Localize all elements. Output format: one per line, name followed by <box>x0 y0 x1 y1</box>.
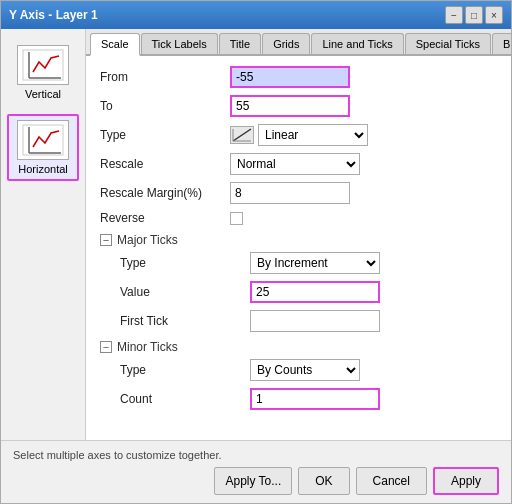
vertical-axis-icon <box>17 45 69 85</box>
apply-to-button[interactable]: Apply To... <box>214 467 292 495</box>
major-ticks-label: Major Ticks <box>117 233 178 247</box>
to-row: To <box>100 95 511 117</box>
rescale-row: Rescale Normal Auto Fixed <box>100 153 511 175</box>
minor-ticks-label: Minor Ticks <box>117 340 178 354</box>
count-input[interactable] <box>250 388 380 410</box>
cancel-button[interactable]: Cancel <box>356 467 427 495</box>
tab-line-and-ticks[interactable]: Line and Ticks <box>311 33 403 54</box>
major-ticks-header: − Major Ticks <box>100 233 511 247</box>
minimize-button[interactable]: − <box>445 6 463 24</box>
tab-tick-labels[interactable]: Tick Labels <box>141 33 218 54</box>
major-type-row: Type By Increment By Counts <box>120 252 511 274</box>
rescale-label: Rescale <box>100 157 230 171</box>
count-row: Count <box>120 388 511 410</box>
tabs-bar: Scale Tick Labels Title Grids Line and T… <box>86 29 511 56</box>
rescale-margin-input[interactable] <box>230 182 350 204</box>
minor-type-label: Type <box>120 363 250 377</box>
close-button[interactable]: × <box>485 6 503 24</box>
minor-type-row: Type By Counts By Increment None <box>120 359 511 381</box>
main-window: Y Axis - Layer 1 − □ × Vertical <box>0 0 512 504</box>
buttons-row: Apply To... OK Cancel Apply <box>13 467 499 495</box>
type-selector: Linear Log10 Ln <box>230 124 368 146</box>
rescale-margin-row: Rescale Margin(%) <box>100 182 511 204</box>
vertical-axis-label: Vertical <box>25 88 61 100</box>
from-input[interactable] <box>230 66 350 88</box>
minor-ticks-toggle[interactable]: − <box>100 341 112 353</box>
tab-special-ticks[interactable]: Special Ticks <box>405 33 491 54</box>
to-label: To <box>100 99 230 113</box>
major-value-input[interactable] <box>250 281 380 303</box>
count-label: Count <box>120 392 250 406</box>
content-area: From To Type <box>86 56 511 440</box>
reverse-label: Reverse <box>100 211 230 225</box>
window-body: Vertical Horizontal Scale <box>1 29 511 440</box>
maximize-button[interactable]: □ <box>465 6 483 24</box>
bottom-bar: Select multiple axes to customize togeth… <box>1 440 511 503</box>
minor-ticks-content: Type By Counts By Increment None Count <box>100 359 511 410</box>
first-tick-input[interactable] <box>250 310 380 332</box>
rescale-select[interactable]: Normal Auto Fixed <box>230 153 360 175</box>
left-panel: Vertical Horizontal <box>1 29 86 440</box>
apply-button[interactable]: Apply <box>433 467 499 495</box>
horizontal-axis-icon <box>17 120 69 160</box>
title-bar-buttons: − □ × <box>445 6 503 24</box>
reverse-checkbox[interactable] <box>230 212 243 225</box>
major-ticks-toggle[interactable]: − <box>100 234 112 246</box>
minor-ticks-header: − Minor Ticks <box>100 340 511 354</box>
title-bar: Y Axis - Layer 1 − □ × <box>1 1 511 29</box>
bottom-note: Select multiple axes to customize togeth… <box>13 449 499 461</box>
tab-breaks[interactable]: Breaks <box>492 33 511 54</box>
minor-type-select[interactable]: By Counts By Increment None <box>250 359 360 381</box>
type-row: Type Linear Log10 Ln <box>100 124 511 146</box>
from-label: From <box>100 70 230 84</box>
ok-button[interactable]: OK <box>298 467 349 495</box>
type-select[interactable]: Linear Log10 Ln <box>258 124 368 146</box>
reverse-row: Reverse <box>100 211 511 225</box>
right-panel: Scale Tick Labels Title Grids Line and T… <box>86 29 511 440</box>
vertical-axis-item[interactable]: Vertical <box>7 39 79 106</box>
major-type-select[interactable]: By Increment By Counts <box>250 252 380 274</box>
to-input[interactable] <box>230 95 350 117</box>
first-tick-label: First Tick <box>120 314 250 328</box>
from-row: From <box>100 66 511 88</box>
window-title: Y Axis - Layer 1 <box>9 8 98 22</box>
major-type-label: Type <box>120 256 250 270</box>
major-ticks-content: Type By Increment By Counts Value First … <box>100 252 511 332</box>
horizontal-axis-label: Horizontal <box>18 163 68 175</box>
tab-grids[interactable]: Grids <box>262 33 310 54</box>
type-icon <box>230 126 254 144</box>
type-label: Type <box>100 128 230 142</box>
rescale-margin-label: Rescale Margin(%) <box>100 186 230 200</box>
horizontal-axis-item[interactable]: Horizontal <box>7 114 79 181</box>
first-tick-row: First Tick <box>120 310 511 332</box>
tab-scale[interactable]: Scale <box>90 33 140 56</box>
major-value-row: Value <box>120 281 511 303</box>
tab-title[interactable]: Title <box>219 33 261 54</box>
svg-line-6 <box>233 129 251 141</box>
major-value-label: Value <box>120 285 250 299</box>
